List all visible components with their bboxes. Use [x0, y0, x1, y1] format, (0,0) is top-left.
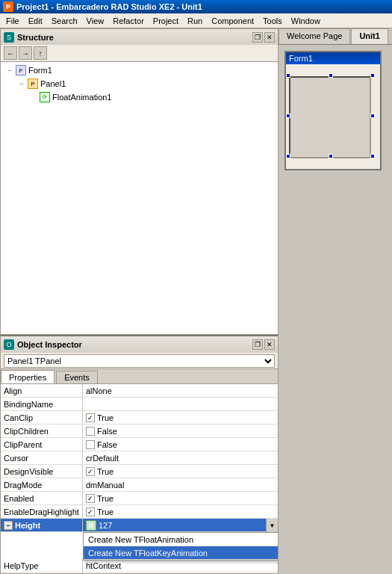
prop-value-cursor[interactable]: crDefault [83, 451, 278, 464]
checkbox-enabledraghighlight[interactable]: ✓ [86, 507, 95, 516]
prop-row-height: − Height ▤ 127 ▼ [1, 519, 278, 532]
handle-bm[interactable] [329, 154, 333, 158]
tab-unit1[interactable]: Unit1 [351, 28, 388, 44]
tab-properties[interactable]: Properties [1, 370, 55, 383]
prop-name-dragmode: DragMode [1, 478, 83, 491]
prop-value-height[interactable]: ▤ 127 ▼ [83, 519, 278, 531]
suggestion-create-floatanim[interactable]: Create New TFloatAnimation [84, 533, 278, 546]
prop-value-dragmode[interactable]: dmManual [83, 478, 278, 491]
menu-project[interactable]: Project [149, 15, 183, 27]
handle-tm[interactable] [329, 73, 333, 78]
panel1-icon: P [28, 78, 38, 89]
prop-row-align: Align alNone [1, 384, 278, 398]
prop-value-designvisible[interactable]: ✓ True [83, 465, 278, 478]
prop-value-bindingname[interactable] [83, 398, 278, 410]
form-content[interactable] [286, 64, 380, 169]
prop-value-clipparent[interactable]: False [83, 438, 278, 451]
handle-ml[interactable] [286, 114, 290, 118]
tree-node-panel1[interactable]: − P Panel1 [14, 77, 276, 90]
handle-tl[interactable] [286, 73, 290, 78]
main-layout: S Structure ❐ ✕ ← → ↑ − F Form1 − P [0, 28, 392, 574]
handle-tr[interactable] [370, 73, 375, 78]
app-icon: P [3, 1, 13, 12]
tab-events[interactable]: Events [56, 371, 98, 383]
prop-row-designvisible: DesignVisible ✓ True [1, 465, 278, 478]
prop-row-hittest: HitTest ✓ True [1, 573, 278, 573]
expand-height[interactable]: − [4, 521, 13, 530]
form-window: Form1 [284, 51, 382, 170]
menu-refactor[interactable]: Refactor [108, 15, 149, 27]
form1-icon: F [16, 65, 26, 75]
left-panel: S Structure ❐ ✕ ← → ↑ − F Form1 − P [0, 28, 279, 574]
prop-value-align[interactable]: alNone [83, 384, 278, 397]
checkbox-designvisible[interactable]: ✓ [86, 467, 95, 476]
menu-file[interactable]: File [1, 15, 24, 27]
prop-row-clipchildren: ClipChildren False [1, 425, 278, 438]
panel1-widget[interactable] [289, 76, 371, 158]
structure-tree: − F Form1 − P Panel1 + ⟳ FloatAnimation1 [0, 61, 279, 335]
checkbox-canclip[interactable]: ✓ [86, 413, 95, 422]
handle-br[interactable] [370, 154, 375, 158]
form-preview: Form1 [279, 45, 392, 574]
prop-row-dragmode: DragMode dmManual [1, 478, 278, 492]
checkbox-enabled[interactable]: ✓ [86, 494, 95, 503]
prop-value-enabledraghighlight[interactable]: ✓ True [83, 505, 278, 518]
menu-view[interactable]: View [82, 15, 109, 27]
prop-row-enabled: Enabled ✓ True [1, 492, 278, 505]
menu-tools[interactable]: Tools [258, 15, 287, 27]
prop-name-cursor: Cursor [1, 451, 83, 464]
menu-edit[interactable]: Edit [24, 15, 47, 27]
prop-value-enabled[interactable]: ✓ True [83, 492, 278, 504]
structure-close-btn[interactable]: ✕ [264, 32, 275, 43]
structure-up-btn[interactable]: ↑ [34, 46, 47, 60]
prop-name-canclip: CanClip [1, 411, 83, 424]
suggestion-create-floatkeyanim[interactable]: Create New TFloatKeyAnimation [84, 546, 278, 560]
obj-selector[interactable]: Panel1 TPanel [1, 353, 278, 369]
handle-bl[interactable] [286, 154, 290, 158]
prop-row-bindingname: BindingName [1, 398, 278, 411]
prop-row-helptype: HelpType htContext [1, 559, 278, 573]
tree-node-floatanim1[interactable]: + ⟳ FloatAnimation1 [26, 90, 276, 104]
structure-icon: S [4, 32, 14, 43]
right-panel: Welcome Page Unit1 Form1 [279, 28, 392, 574]
prop-value-clipchildren[interactable]: False [83, 425, 278, 437]
dropdown-suggestions: Create New TFloatAnimation Create New TF… [83, 532, 278, 561]
menu-search[interactable]: Search [47, 15, 82, 27]
obj-selector-dropdown[interactable]: Panel1 TPanel [4, 354, 275, 368]
structure-restore-btn[interactable]: ❐ [252, 32, 263, 43]
form-window-titlebar: Form1 [286, 52, 380, 64]
prop-value-hittest[interactable]: ✓ True [83, 573, 278, 573]
floatanim1-label: FloatAnimation1 [52, 93, 112, 102]
structure-panel-header: S Structure ❐ ✕ [0, 28, 279, 45]
menu-component[interactable]: Component [207, 15, 258, 27]
tab-welcome-page[interactable]: Welcome Page [279, 28, 350, 44]
prop-name-height: − Height [1, 519, 83, 531]
structure-back-btn[interactable]: ← [4, 46, 17, 60]
expand-panel1[interactable]: − [16, 78, 28, 90]
height-dropdown-btn[interactable]: ▼ [266, 519, 278, 532]
tree-node-form1[interactable]: − F Form1 [2, 64, 276, 77]
handle-mr[interactable] [370, 114, 375, 118]
menu-run[interactable]: Run [183, 15, 207, 27]
prop-value-canclip[interactable]: ✓ True [83, 411, 278, 424]
obj-inspector-close-btn[interactable]: ✕ [264, 339, 275, 350]
prop-name-helptype: HelpType [1, 559, 83, 572]
menu-window[interactable]: Window [287, 15, 325, 27]
title-text: Project1 - Embarcadero RAD Studio XE2 - … [16, 2, 202, 11]
obj-inspector-header: O Object Inspector ❐ ✕ [1, 336, 278, 353]
structure-toolbar: ← → ↑ [0, 45, 279, 61]
prop-name-clipparent: ClipParent [1, 438, 83, 451]
prop-name-clipchildren: ClipChildren [1, 425, 83, 437]
prop-row-clipparent: ClipParent False [1, 438, 278, 451]
obj-inspector-restore-btn[interactable]: ❐ [252, 339, 263, 350]
object-inspector: O Object Inspector ❐ ✕ Panel1 TPanel Pro… [0, 335, 279, 574]
inspector-tabs: Properties Events [1, 369, 278, 384]
checkbox-clipchildren[interactable] [86, 427, 95, 436]
structure-fwd-btn[interactable]: → [19, 46, 32, 60]
structure-header-buttons: ❐ ✕ [252, 32, 275, 43]
prop-value-helptype[interactable]: htContext [83, 559, 278, 572]
expand-form1[interactable]: − [4, 64, 16, 76]
prop-name-align: Align [1, 384, 83, 397]
menu-bar: File Edit Search View Refactor Project R… [0, 13, 392, 28]
checkbox-clipparent[interactable] [86, 440, 95, 449]
